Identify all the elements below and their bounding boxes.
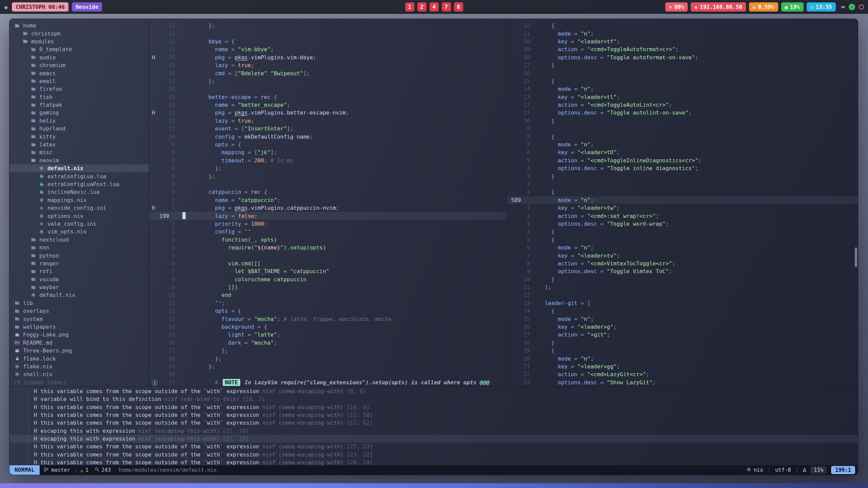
workspace-7[interactable]: 7: [442, 2, 451, 12]
battery-badge[interactable]: +80%: [665, 2, 688, 12]
code-line[interactable]: 12 action = "<cmd>ToggleAutoLint<cr>";: [507, 101, 858, 109]
code-line[interactable]: 20: [149, 370, 507, 378]
code-line[interactable]: 8 {: [507, 133, 858, 140]
code-line[interactable]: 23: [149, 29, 507, 37]
tree-item-flake-lock[interactable]: flake.lock: [9, 354, 149, 362]
tree-item-vale-config-ini[interactable]: ⚙vale_config.ini: [9, 220, 149, 228]
diagnostic-row[interactable]: ─Hescaping this with expressionnixf(esca…: [9, 427, 858, 434]
code-line[interactable]: 10 }: [507, 117, 858, 125]
tree-item-misc[interactable]: misc: [9, 148, 149, 156]
code-line[interactable]: 7 let $BAT_THEME = "catppuccin": [149, 267, 507, 275]
check-icon[interactable]: ✓: [849, 4, 855, 10]
code-line[interactable]: 19 };: [149, 363, 507, 370]
tree-item-readme-md[interactable]: README.md: [9, 339, 149, 347]
code-line[interactable]: 4 }: [507, 228, 858, 236]
code-line[interactable]: 11 event = ["InsertEnter"];: [149, 125, 507, 133]
code-line[interactable]: 2 name = "catppuccin";: [149, 196, 507, 204]
code-line[interactable]: 24 };: [149, 22, 507, 29]
code-line[interactable]: H13 pkg = pkgs.vimPlugins.better-escape-…: [149, 109, 507, 117]
code-line[interactable]: 6 vim.cmd([[: [149, 260, 507, 267]
code-line[interactable]: i21 # NOTE In LazyVim require("clang_ext…: [149, 379, 507, 386]
tree-item-three-bears-png[interactable]: Three-Bears.png: [9, 347, 149, 354]
code-line[interactable]: 9 options.desc = "Toggle Vimtex ToC";: [507, 267, 858, 275]
code-line[interactable]: 20 key = "<leader>tf";: [507, 38, 858, 45]
tree-item-overlays[interactable]: overlays: [9, 307, 149, 315]
code-line[interactable]: 16 key = "<leader>g";: [507, 323, 858, 331]
code-line[interactable]: 4 require("${name}").setup(opts): [149, 244, 507, 251]
diagnostic-row[interactable]: ─Hthis variable comes from the scope out…: [9, 411, 858, 419]
code-line[interactable]: 22 action = "<cmd>LazyGit<cr>";: [507, 370, 858, 378]
code-line[interactable]: 14 {: [507, 307, 858, 315]
code-line[interactable]: 12 lazy = true;: [149, 117, 507, 125]
tree-item-kitty[interactable]: kitty: [9, 133, 149, 140]
code-line[interactable]: 15 better-escape = rec {: [149, 93, 507, 101]
code-line[interactable]: H1 pkg = pkgs.vimPlugins.catppuccin-nvim…: [149, 204, 507, 212]
code-line[interactable]: 1 priority = 1000;: [149, 220, 507, 228]
code-line[interactable]: 18 }: [507, 339, 858, 347]
code-line[interactable]: 22 bbye = {: [149, 38, 507, 45]
tree-item-firefox[interactable]: firefox: [9, 85, 149, 93]
code-line[interactable]: 14 name = "better_escape";: [149, 101, 507, 109]
code-line[interactable]: 9 ]]): [149, 283, 507, 291]
tree-item-gaming[interactable]: gaming: [9, 109, 149, 117]
tree-item-extraconfigluapost-lua[interactable]: extraConfigLuaPost.lua: [9, 180, 149, 188]
code-line[interactable]: 17 };: [149, 77, 507, 85]
code-line[interactable]: 10 end: [149, 291, 507, 299]
code-line[interactable]: 17 }: [507, 61, 858, 69]
diagnostic-row[interactable]: ─Hvariable will bind to this definitionn…: [9, 395, 858, 403]
code-line[interactable]: 15 mode = "n";: [507, 315, 858, 323]
code-line[interactable]: 19 lazy = true;: [149, 61, 507, 69]
diagnostic-row[interactable]: ─Hthis variable comes from the scope out…: [9, 443, 858, 450]
tree-item-email[interactable]: email: [9, 77, 149, 85]
tree-item-inclinenavic-lua[interactable]: inclineNavic.lua: [9, 188, 149, 196]
code-line[interactable]: 8 colorscheme catppuccin: [149, 276, 507, 283]
app-badge[interactable]: Neovide: [72, 2, 102, 12]
code-line[interactable]: 2 action = "<cmd>:set wrap!<cr>";: [507, 212, 858, 220]
code-line[interactable]: 3 }: [507, 172, 858, 180]
code-line[interactable]: 13 leader-git = [: [507, 299, 858, 307]
tree-item-vim-opts-nix[interactable]: vim_opts.nix: [9, 228, 149, 236]
code-line[interactable]: 12 opts = {: [149, 307, 507, 315]
diagnostic-row[interactable]: ─Hthis variable comes from the scope out…: [9, 387, 858, 395]
code-line[interactable]: 5 {: [507, 236, 858, 244]
tree-item-helix[interactable]: helix: [9, 117, 149, 125]
tree-item-audio[interactable]: audio: [9, 54, 149, 61]
code-line[interactable]: 17 action = "+git";: [507, 331, 858, 339]
code-line[interactable]: 15 light = "latte";: [149, 331, 507, 339]
code-line[interactable]: 19 {: [507, 347, 858, 354]
power-icon[interactable]: [859, 4, 864, 9]
code-line[interactable]: 17 };: [149, 347, 507, 354]
tree-item-modules[interactable]: modules: [9, 38, 149, 45]
code-line[interactable]: 9 opts = {: [149, 141, 507, 148]
os-logo-icon[interactable]: ❖: [4, 3, 8, 11]
code-line[interactable]: 14 mode = "n";: [507, 85, 858, 93]
code-line[interactable]: 15 {: [507, 77, 858, 85]
code-line[interactable]: 18 options.desc = "Toggle autoformat-on-…: [507, 54, 858, 61]
code-line[interactable]: 1 key = "<leader>tw";: [507, 204, 858, 212]
tree-item-emacs[interactable]: emacs: [9, 69, 149, 77]
code-line[interactable]: 8 mapping = ["jk"];: [149, 148, 507, 156]
tree-item-ranger[interactable]: ranger: [9, 260, 149, 267]
code-line[interactable]: 11 '';: [149, 299, 507, 307]
tree-item-extraconfiglua-lua[interactable]: extraConfigLua.lua: [9, 172, 149, 180]
workspace-8[interactable]: 8: [454, 2, 463, 12]
code-line[interactable]: 9: [507, 125, 858, 133]
tree-item-shell-nix[interactable]: shell.nix: [9, 370, 149, 378]
tree-item-flake-nix[interactable]: flake.nix: [9, 363, 149, 370]
tree-item-mappings-nix[interactable]: mappings.nix: [9, 196, 149, 204]
code-line[interactable]: 1 {: [507, 188, 858, 196]
code-line[interactable]: H20 pkg = pkgs.vimPlugins.vim-bbye;: [149, 54, 507, 61]
tree-item-0-template[interactable]: 0_template: [9, 45, 149, 53]
code-line[interactable]: 21 mode = "n";: [507, 29, 858, 37]
code-line[interactable]: 16: [149, 85, 507, 93]
code-line[interactable]: 3 options.desc = "Toggle word-wrap";: [507, 220, 858, 228]
code-line[interactable]: 11 ];: [507, 283, 858, 291]
code-line[interactable]: 21 name = "vim-bbye";: [149, 45, 507, 53]
workspace-2[interactable]: 2: [417, 2, 426, 12]
code-line[interactable]: 14 background = {: [149, 323, 507, 331]
workspace-1[interactable]: 1: [405, 2, 414, 12]
tree-item-fish[interactable]: fish: [9, 93, 149, 101]
code-line[interactable]: 4: [149, 180, 507, 188]
search-count[interactable]: 243: [92, 467, 114, 473]
network-badge[interactable]: ⇅192.168.86.50: [691, 2, 746, 12]
